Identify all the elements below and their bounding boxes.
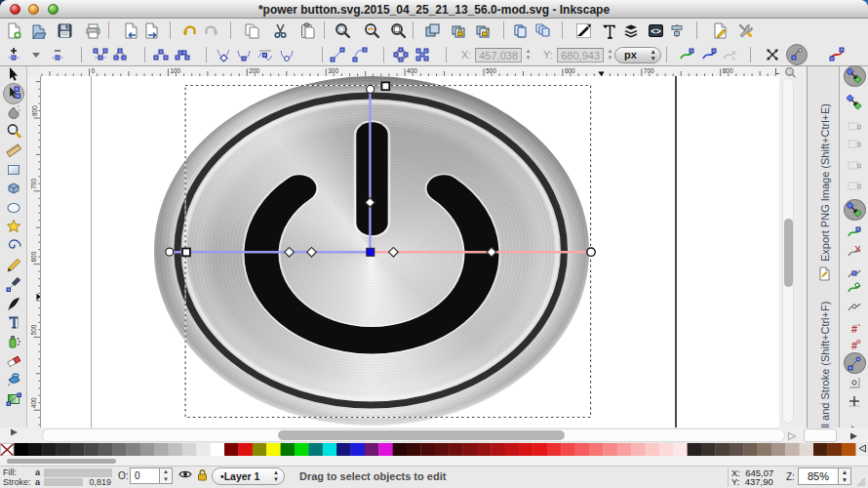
svg-text:800: 800 [723, 67, 733, 74]
svg-text:200: 200 [249, 67, 259, 74]
svg-text:0: 0 [92, 67, 96, 74]
svg-text:400: 400 [31, 397, 38, 408]
svg-text:600: 600 [31, 251, 38, 262]
svg-text:300: 300 [328, 67, 338, 74]
svg-text:#: # [851, 340, 857, 351]
svg-text:#: # [851, 323, 857, 335]
svg-text:<>: <> [651, 26, 661, 36]
svg-text:100: 100 [170, 67, 180, 74]
svg-text:500: 500 [486, 67, 496, 74]
svg-text:600: 600 [565, 67, 575, 74]
svg-text:400: 400 [407, 67, 417, 74]
svg-text:800: 800 [31, 105, 38, 116]
svg-text:500: 500 [31, 324, 38, 335]
svg-text:Q: Q [787, 69, 792, 75]
svg-text:700: 700 [31, 179, 38, 189]
svg-text:700: 700 [644, 67, 654, 74]
